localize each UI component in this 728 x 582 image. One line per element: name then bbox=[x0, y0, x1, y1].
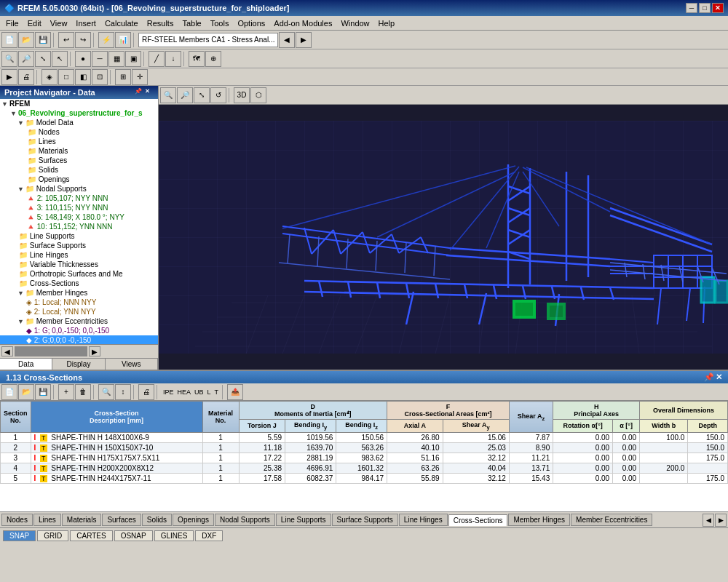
tab-surfaces[interactable]: Surfaces bbox=[102, 514, 141, 526]
bottom-table-area[interactable]: SectionNo. Cross-SectionDescription [mm]… bbox=[0, 401, 728, 511]
tab-solids[interactable]: Solids bbox=[142, 514, 172, 526]
view-3d[interactable]: 3D bbox=[234, 87, 250, 103]
close-button[interactable]: ✕ bbox=[712, 3, 724, 13]
print-btn[interactable]: 🖨 bbox=[18, 69, 34, 85]
status-btn-osnap[interactable]: OSNAP bbox=[114, 530, 153, 541]
nav-support-3[interactable]: 🔺 5: 148,149; X 180.0 °; NYY bbox=[0, 212, 158, 222]
nav-pin-btn[interactable]: 📌 bbox=[135, 88, 143, 97]
table-print-btn[interactable]: 🖨 bbox=[138, 384, 154, 400]
menu-item-window[interactable]: Window bbox=[336, 17, 373, 29]
view-zoom-in[interactable]: 🔍 bbox=[160, 87, 176, 103]
nav-close-btn[interactable]: ✕ bbox=[145, 88, 154, 97]
node-btn[interactable]: ● bbox=[75, 51, 91, 67]
tab-scroll-left[interactable]: ◀ bbox=[703, 514, 714, 527]
line-btn[interactable]: ─ bbox=[92, 51, 108, 67]
tab-nodal-supports[interactable]: Nodal Supports bbox=[215, 514, 275, 526]
menu-item-tools[interactable]: Tools bbox=[206, 17, 234, 29]
redo-btn[interactable]: ↪ bbox=[75, 32, 91, 48]
save-btn[interactable]: 💾 bbox=[35, 32, 51, 48]
menu-item-table[interactable]: Table bbox=[178, 17, 205, 29]
tab-surface-supports[interactable]: Surface Supports bbox=[332, 514, 398, 526]
nav-model-data[interactable]: ▼ 📁 Model Data bbox=[0, 118, 158, 127]
table-row[interactable]: 1 I T SHAPE-THIN H 148X100X6-9 1 5.59 10… bbox=[1, 432, 728, 442]
view-rotate[interactable]: ↺ bbox=[210, 87, 226, 103]
view-btn3[interactable]: ⤡ bbox=[35, 51, 51, 67]
nav-nodal-supports[interactable]: ▼ 📁 Nodal Supports bbox=[0, 184, 158, 194]
nav-right-btn[interactable]: ▶ bbox=[296, 32, 312, 48]
nav-variable-thick[interactable]: 📁 Variable Thicknesses bbox=[0, 260, 158, 269]
table-row[interactable]: 2 I T SHAPE-THIN H 150X150X7-10 1 11.18 … bbox=[1, 442, 728, 453]
snap-btn[interactable]: ✛ bbox=[132, 69, 148, 85]
axis-btn[interactable]: ⊕ bbox=[205, 51, 221, 67]
tab-member-eccentricities[interactable]: Member Eccentricities bbox=[571, 514, 652, 526]
nav-eccen-1[interactable]: ◆ 1: G; 0,0,-150; 0,0,-150 bbox=[0, 326, 158, 335]
grid-btn[interactable]: ⊞ bbox=[115, 69, 131, 85]
status-btn-snap[interactable]: SNAP bbox=[3, 530, 36, 541]
nav-support-1[interactable]: 🔺 2: 105,107; NYY NNN bbox=[0, 194, 158, 203]
nav-eccen-2[interactable]: ◆ 2: G;0,0;0 -0,-150 bbox=[0, 335, 158, 344]
minimize-button[interactable]: ─ bbox=[686, 3, 697, 13]
menu-item-calculate[interactable]: Calculate bbox=[100, 17, 143, 29]
nav-hinge-2[interactable]: ◈ 2: Local; YNN NYY bbox=[0, 307, 158, 316]
nav-openings[interactable]: 📁 Openings bbox=[0, 175, 158, 184]
nav-hinge-1[interactable]: ◈ 1: Local; NNN NYY bbox=[0, 298, 158, 307]
menu-item-help[interactable]: Help bbox=[374, 17, 400, 29]
nav-solids[interactable]: 📁 Solids bbox=[0, 165, 158, 175]
nav-tab-views[interactable]: Views bbox=[106, 359, 158, 370]
menu-item-add-on-modules[interactable]: Add-on Modules bbox=[269, 17, 336, 29]
tab-openings[interactable]: Openings bbox=[173, 514, 214, 526]
status-btn-cartes[interactable]: CARTES bbox=[70, 530, 112, 541]
menu-item-view[interactable]: View bbox=[46, 17, 72, 29]
3d-btn[interactable]: 🗺 bbox=[189, 51, 205, 67]
front-btn[interactable]: □ bbox=[58, 69, 74, 85]
nav-member-eccentricities[interactable]: ▼ 📁 Member Eccentricities bbox=[0, 316, 158, 326]
maximize-button[interactable]: □ bbox=[699, 3, 711, 13]
panel-close-btn[interactable]: ✕ bbox=[716, 372, 722, 382]
nav-tab-display[interactable]: Display bbox=[52, 359, 105, 370]
panel-pin-btn[interactable]: 📌 bbox=[704, 372, 714, 382]
nav-line-hinges[interactable]: 📁 Line Hinges bbox=[0, 250, 158, 260]
status-btn-grid[interactable]: GRID bbox=[37, 530, 68, 541]
nav-scroll-left[interactable]: ◀ bbox=[1, 346, 13, 356]
view-wire[interactable]: ⬡ bbox=[250, 87, 266, 103]
status-btn-dxf[interactable]: DXF bbox=[195, 530, 223, 541]
solid-btn[interactable]: ▣ bbox=[125, 51, 141, 67]
view-btn2[interactable]: 🔎 bbox=[18, 51, 34, 67]
tab-scroll-right[interactable]: ▶ bbox=[715, 514, 727, 527]
calc-btn[interactable]: ⚡ bbox=[98, 32, 114, 48]
table-del-btn[interactable]: 🗑 bbox=[75, 384, 91, 400]
open-btn[interactable]: 📂 bbox=[18, 32, 34, 48]
table-row[interactable]: 3 I T SHAPE-THIN H175X175X7.5X11 1 17.22… bbox=[1, 453, 728, 463]
view-fit[interactable]: ⤡ bbox=[194, 87, 210, 103]
nav-support-4[interactable]: 🔺 10: 151,152; YNN NNN bbox=[0, 222, 158, 231]
tab-line-supports[interactable]: Line Supports bbox=[276, 514, 331, 526]
table-filter-btn[interactable]: 🔍 bbox=[98, 384, 114, 400]
nav-support-2[interactable]: 🔺 3: 110,115; NYY NNN bbox=[0, 203, 158, 212]
nav-project-root[interactable]: ▼ 06_Revolving_superstructure_for_s bbox=[0, 108, 158, 118]
side-btn[interactable]: ◧ bbox=[75, 69, 91, 85]
menu-item-options[interactable]: Options bbox=[233, 17, 269, 29]
nav-orthotropic[interactable]: 📁 Orthotropic Surfaces and Me bbox=[0, 269, 158, 279]
nav-surface-supports[interactable]: 📁 Surface Supports bbox=[0, 241, 158, 250]
tab-member-hinges[interactable]: Member Hinges bbox=[508, 514, 570, 526]
load-btn[interactable]: ↓ bbox=[165, 51, 181, 67]
table-save-btn[interactable]: 💾 bbox=[35, 384, 51, 400]
nav-nodes[interactable]: 📁 Nodes bbox=[0, 127, 158, 137]
tab-nodes[interactable]: Nodes bbox=[1, 514, 33, 526]
menu-item-file[interactable]: File bbox=[1, 17, 23, 29]
menu-item-insert[interactable]: Insert bbox=[71, 17, 100, 29]
nav-materials[interactable]: 📁 Materials bbox=[0, 146, 158, 156]
surface-btn[interactable]: ▦ bbox=[108, 51, 124, 67]
member-btn[interactable]: ╱ bbox=[149, 51, 165, 67]
nav-cross-sections[interactable]: 📁 Cross-Sections bbox=[0, 279, 158, 288]
new-btn[interactable]: 📄 bbox=[1, 32, 17, 48]
table-new-btn[interactable]: 📄 bbox=[1, 384, 17, 400]
select-btn[interactable]: ↖ bbox=[52, 51, 68, 67]
table-add-btn[interactable]: + bbox=[58, 384, 74, 400]
table-row[interactable]: 5 I T SHAPE-THIN H244X175X7-11 1 17.58 6… bbox=[1, 473, 728, 483]
nav-scroll-right[interactable]: ▶ bbox=[89, 346, 100, 356]
canvas-3d[interactable] bbox=[159, 105, 728, 370]
nav-member-hinges[interactable]: ▼ 📁 Member Hinges bbox=[0, 288, 158, 298]
nav-line-supports[interactable]: 📁 Line Supports bbox=[0, 231, 158, 241]
view-zoom-out[interactable]: 🔎 bbox=[177, 87, 193, 103]
